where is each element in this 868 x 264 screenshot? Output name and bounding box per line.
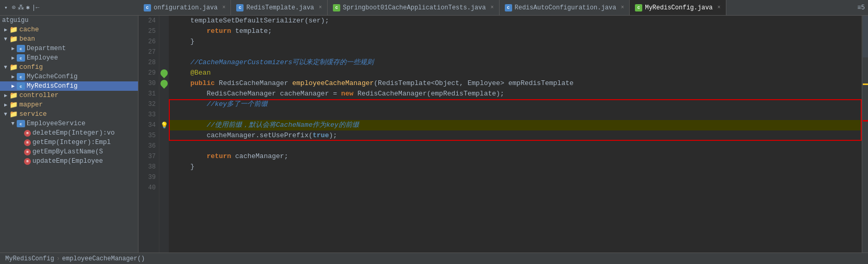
- class-icon: c: [17, 82, 25, 90]
- marker-line: [159, 26, 169, 37]
- code-line: public RedisCacheManager employeeCacheMa…: [169, 78, 862, 89]
- tab-nav-back[interactable]: ⊙: [12, 4, 16, 11]
- marker-line: [159, 89, 169, 99]
- code-token: public: [190, 78, 215, 89]
- folder-icon: 📁: [9, 64, 18, 71]
- code-line: return template;: [169, 26, 862, 37]
- marker-line: 💡: [159, 120, 169, 130]
- tab-tab-redisautoconfig[interactable]: cRedisAutoConfiguration.java×: [500, 0, 630, 15]
- tab-bar-left: ▾ ⊙ ⁂ ✱ |←: [0, 3, 138, 12]
- tab-label: RedisAutoConfiguration.java: [515, 4, 616, 11]
- tab-label: MyRedisConfig.java: [645, 4, 713, 11]
- right-scrollbar[interactable]: [862, 16, 868, 253]
- marker-line: [159, 68, 169, 78]
- tab-close-icon[interactable]: ×: [621, 5, 624, 10]
- marker-line: [159, 16, 169, 26]
- line-number: 31: [138, 89, 159, 99]
- tab-file-icon: c: [333, 4, 340, 11]
- tab-pin[interactable]: |←: [32, 4, 39, 11]
- sidebar-item-mycacheconfig[interactable]: ▶cMyCacheConfig: [0, 72, 138, 81]
- code-token: (RedisTemplate<Object, Employee> empRedi…: [374, 78, 573, 89]
- main-layout: atguigu▶📁cache▶📁bean▶cDepartment▶cEmploy…: [0, 16, 868, 253]
- tab-tab-myredisconfig[interactable]: cMyRedisConfig.java×: [630, 0, 726, 15]
- sidebar-item-employee[interactable]: ▶cEmployee: [0, 53, 138, 63]
- tab-tab-configuration[interactable]: configuration.java×: [138, 0, 231, 15]
- code-token: return: [206, 26, 231, 37]
- line-number: 33: [138, 110, 159, 120]
- code-token: template;: [231, 26, 272, 37]
- code-line: }: [169, 162, 862, 172]
- line-number: 32: [138, 99, 159, 110]
- tab-close-icon[interactable]: ×: [717, 5, 721, 10]
- sidebar-item-bean[interactable]: ▶📁bean: [0, 34, 138, 44]
- code-token: 作为: [313, 120, 326, 130]
- marker-line: [159, 99, 169, 110]
- marker-line: [159, 78, 169, 89]
- breadcrumb-bar: MyRedisConfig › employeeCacheManager(): [0, 253, 868, 264]
- sidebar-item-myredisconfig[interactable]: ▶cMyRedisConfig: [0, 81, 138, 91]
- sidebar-item-getEmp[interactable]: mgetEmp(Integer):Empl: [0, 138, 138, 147]
- marker-line: [159, 151, 169, 162]
- marker-line: [159, 172, 169, 183]
- sidebar-item-service[interactable]: ▶📁service: [0, 110, 138, 119]
- class-icon: c: [17, 54, 25, 62]
- sidebar-item-config[interactable]: ▶📁config: [0, 63, 138, 72]
- marker-line: [159, 162, 169, 172]
- tab-tab-springboot-test[interactable]: cSpringboot01CacheApplicationTests.java×: [328, 0, 500, 15]
- code-token: return: [206, 151, 231, 162]
- folder-icon: 📁: [9, 111, 18, 118]
- tab-label: onfiguration.java: [154, 4, 217, 11]
- tab-arrow-left[interactable]: ▾: [2, 3, 10, 12]
- tab-extra-count[interactable]: ≡5: [854, 4, 868, 11]
- bean-marker: [159, 68, 169, 78]
- tab-close-icon[interactable]: ×: [319, 5, 322, 10]
- code-line: [169, 110, 862, 120]
- code-token: RedisCacheManager cacheManager =: [174, 89, 341, 99]
- tab-file-icon: c: [144, 4, 151, 11]
- tabs-container: configuration.java×cRedisTemplate.java×c…: [138, 0, 854, 15]
- sidebar-item-employeeservice[interactable]: ▶cEmployeeService: [0, 119, 138, 128]
- method-icon: m: [24, 130, 31, 137]
- tab-tab-redistemplate[interactable]: cRedisTemplate.java×: [231, 0, 328, 15]
- code-token: true: [313, 130, 329, 141]
- code-token: 的前缀: [339, 120, 359, 130]
- code-line: cacheManager.setUsePrefix(true);: [169, 130, 862, 141]
- sidebar-item-controller[interactable]: ▶📁controller: [0, 91, 138, 100]
- sidebar-item-getEmpByLastName[interactable]: mgetEmpByLastName(S: [0, 147, 138, 157]
- sidebar-item-department[interactable]: ▶cDepartment: [0, 44, 138, 53]
- tab-label: Springboot01CacheApplicationTests.java: [343, 4, 486, 11]
- code-token: @Bean: [174, 68, 211, 78]
- marker-line: [159, 57, 169, 68]
- tab-close-icon[interactable]: ×: [491, 5, 494, 10]
- line-number: 34: [138, 120, 159, 130]
- code-token: //使用前缀，默认会将: [174, 120, 276, 130]
- sidebar-item-mapper[interactable]: ▶📁mapper: [0, 100, 138, 110]
- line-gutter: 2425262728293031323334353637383940: [138, 16, 159, 253]
- code-line: [169, 141, 862, 151]
- line-number: 37: [138, 151, 159, 162]
- method-icon: m: [24, 158, 31, 165]
- sidebar-item-deleteEmp[interactable]: mdeleteEmp(Integer):vo: [0, 128, 138, 138]
- code-token: RedisCacheManager(empRedisTemplate);: [353, 89, 504, 99]
- code-line: [169, 183, 862, 193]
- sidebar-item-cache[interactable]: ▶📁cache: [0, 25, 138, 34]
- class-icon: c: [17, 120, 25, 127]
- code-token: }: [174, 162, 194, 172]
- line-number: 29: [138, 68, 159, 78]
- tab-bar: ▾ ⊙ ⁂ ✱ |← configuration.java×cRedisTemp…: [0, 0, 868, 16]
- tab-file-icon: c: [635, 4, 642, 11]
- sidebar-item-updateEmp[interactable]: mupdateEmp(Employee: [0, 157, 138, 166]
- tab-recent[interactable]: ✱: [26, 4, 30, 11]
- code-line: //key多了一个前缀: [169, 99, 862, 110]
- code-line: //CacheManagerCustomizers可以来定制缓存的一些规则: [169, 57, 862, 68]
- tab-nav-forward[interactable]: ⁂: [18, 4, 24, 11]
- marker-line: [159, 110, 169, 120]
- lightbulb-icon[interactable]: 💡: [160, 122, 168, 129]
- breadcrumb-file: MyRedisConfig: [5, 255, 54, 262]
- code-area[interactable]: templateSetDefaultSerializer(ser); retur…: [169, 16, 862, 253]
- line-number: 36: [138, 141, 159, 151]
- tab-close-icon[interactable]: ×: [222, 5, 225, 10]
- code-line: @Bean: [169, 68, 862, 78]
- method-icon: m: [24, 139, 31, 146]
- sidebar-root: atguigu: [0, 16, 138, 25]
